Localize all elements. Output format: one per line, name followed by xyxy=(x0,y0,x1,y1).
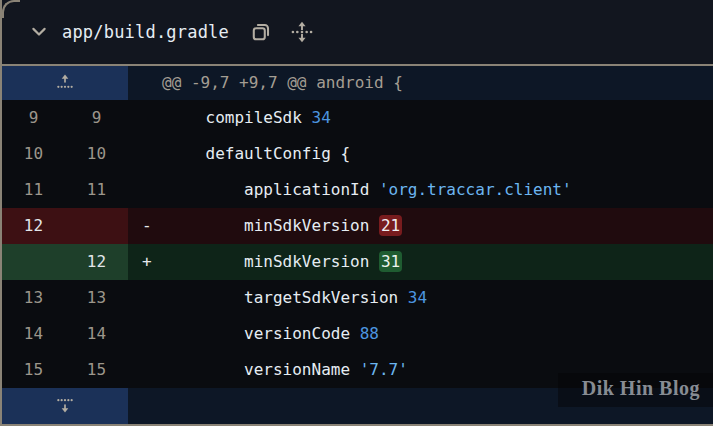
code-text: versionName '7.7' xyxy=(167,352,408,388)
code-text: targetSdkVersion 34 xyxy=(167,280,427,316)
diff-row-10: 10 10 defaultConfig { xyxy=(2,136,713,172)
diff-marker xyxy=(142,136,167,172)
deleted-word-highlight: 21 xyxy=(379,215,402,236)
code-text: applicationId 'org.traccar.client' xyxy=(167,172,572,208)
diff-file-panel: app/build.gradle xyxy=(0,0,713,426)
expand-up-icon xyxy=(55,72,75,95)
diff-marker xyxy=(142,280,167,316)
diff-row-14: 14 14 versionCode 88 xyxy=(2,316,713,352)
new-line-number: 15 xyxy=(65,352,128,388)
code-value: 88 xyxy=(360,324,379,343)
expand-all-hunks-button[interactable] xyxy=(290,20,314,44)
new-line-number: 13 xyxy=(65,280,128,316)
expand-up-button[interactable] xyxy=(2,66,128,100)
chevron-down-icon xyxy=(29,22,49,42)
code-value: 34 xyxy=(312,108,331,127)
old-line-number: 11 xyxy=(2,172,65,208)
diff-marker xyxy=(142,316,167,352)
blog-watermark: Dik Hin Blog xyxy=(558,373,713,407)
new-line-number: 11 xyxy=(65,172,128,208)
new-line-number: 14 xyxy=(65,316,128,352)
code-value: 'org.traccar.client' xyxy=(379,180,572,199)
diff-marker-plus: + xyxy=(142,244,167,280)
collapse-file-button[interactable] xyxy=(28,21,50,43)
code-text: minSdkVersion 21 xyxy=(167,208,402,244)
file-header: app/build.gradle xyxy=(2,0,713,66)
old-line-number: 14 xyxy=(2,316,65,352)
old-line-number: 12 xyxy=(2,208,65,244)
diff-marker xyxy=(142,352,167,388)
new-line-number xyxy=(65,208,128,244)
unfold-vertical-icon xyxy=(291,21,313,43)
diff-marker-minus: - xyxy=(142,208,167,244)
diff-marker xyxy=(142,172,167,208)
old-line-number: 9 xyxy=(2,100,65,136)
hunk-header-row: @@ -9,7 +9,7 @@ android { xyxy=(2,66,713,100)
new-line-number: 10 xyxy=(65,136,128,172)
expand-down-icon xyxy=(55,395,75,418)
diff-row-12-added: 12 + minSdkVersion 31 xyxy=(2,244,713,280)
hunk-header-text: @@ -9,7 +9,7 @@ android { xyxy=(162,66,403,100)
code-value: '7.7' xyxy=(360,360,408,379)
new-line-number: 12 xyxy=(65,244,128,280)
diff-row-9: 9 9 compileSdk 34 xyxy=(2,100,713,136)
code-text: defaultConfig { xyxy=(167,136,350,172)
code-text: compileSdk 34 xyxy=(167,100,331,136)
new-line-number: 9 xyxy=(65,100,128,136)
old-line-number: 15 xyxy=(2,352,65,388)
copy-file-path-button[interactable] xyxy=(249,20,273,44)
old-line-number: 13 xyxy=(2,280,65,316)
code-value: 34 xyxy=(408,288,427,307)
copy-icon xyxy=(250,21,272,43)
old-line-number: 10 xyxy=(2,136,65,172)
diff-row-11: 11 11 applicationId 'org.traccar.client' xyxy=(2,172,713,208)
file-name-link[interactable]: app/build.gradle xyxy=(62,22,229,42)
diff-marker xyxy=(142,100,167,136)
diff-row-12-deleted: 12 - minSdkVersion 21 xyxy=(2,208,713,244)
old-line-number xyxy=(2,244,65,280)
code-text: minSdkVersion 31 xyxy=(167,244,402,280)
added-word-highlight: 31 xyxy=(379,251,402,272)
code-text: versionCode 88 xyxy=(167,316,379,352)
diff-row-13: 13 13 targetSdkVersion 34 xyxy=(2,280,713,316)
expand-down-button[interactable] xyxy=(2,388,128,424)
